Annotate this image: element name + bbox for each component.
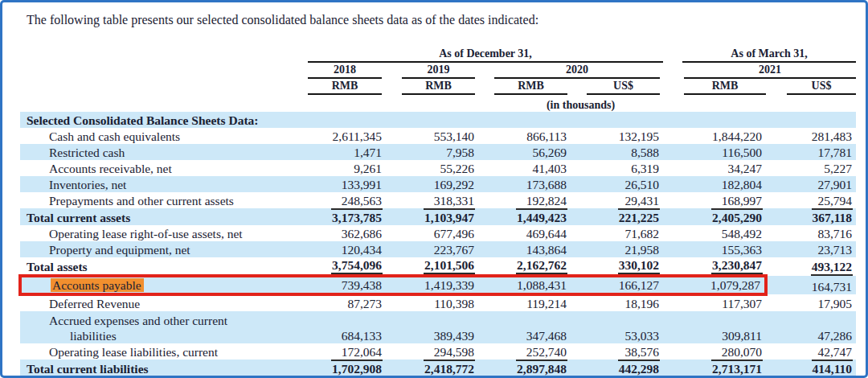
value-text: 166,127 — [618, 277, 660, 293]
cell-value: 71,682 — [571, 225, 663, 241]
value-text: 1,702,908 — [331, 360, 383, 376]
cell-value: 221,225 — [571, 208, 663, 225]
value-text: 739,438 — [341, 277, 383, 293]
cell-value: 53,033 — [571, 311, 663, 343]
value-text: 2,897,848 — [516, 360, 567, 376]
cell-value: 2,897,848 — [478, 360, 571, 376]
value-text: 25,794 — [817, 193, 853, 208]
cell-value: 117,307 — [663, 294, 766, 311]
value-text: 117,307 — [721, 296, 763, 311]
value-text: 34,247 — [727, 161, 763, 176]
cell-value: 3,754,096 — [305, 257, 386, 276]
row-label: Total assets — [20, 257, 305, 276]
value-text: 1,449,423 — [516, 208, 567, 225]
value-text: 9,261 — [353, 161, 383, 176]
cell-value: 739,438 — [305, 276, 386, 294]
currency-header: US$ — [571, 80, 663, 96]
value-text: 442,298 — [618, 360, 660, 376]
value-text: 83,716 — [817, 226, 853, 241]
balance-sheet-table: As of December 31,As of March 31,2018201… — [18, 47, 856, 376]
row-label-line: liabilities — [49, 328, 305, 343]
value-text: 1,079,287 — [710, 277, 761, 293]
row-label: Accounts payable — [20, 276, 305, 294]
cell-value: 1,419,339 — [386, 276, 478, 294]
value-text: 164,731 — [811, 279, 853, 294]
value-text: 41,403 — [531, 161, 567, 176]
value-text: 3,173,785 — [331, 208, 383, 225]
table-row: Accrued expenses and other currentliabil… — [20, 311, 856, 343]
annotation-row-accounts-payable: Accounts payable739,4381,419,3391,088,43… — [20, 276, 856, 294]
year-header: 2020 — [478, 64, 663, 80]
value-text: 23,713 — [817, 242, 853, 257]
value-text: 3,230,847 — [711, 257, 763, 274]
header-spacer-cell — [20, 47, 305, 64]
value-text: 2,405,290 — [711, 208, 763, 225]
value-text: 27,901 — [817, 177, 853, 192]
cell-value: 548,492 — [663, 225, 766, 241]
row-label: Prepayments and other current assets — [20, 192, 305, 208]
value-text: 248,563 — [341, 193, 383, 208]
cell-value: 110,398 — [386, 294, 478, 311]
value-text: 223,767 — [433, 242, 475, 257]
table-row: Inventories, net133,991169,292173,68826,… — [20, 176, 856, 192]
value-text: 1,088,431 — [516, 277, 567, 293]
value-text: 110,398 — [433, 296, 475, 311]
value-text: 1,103,947 — [424, 208, 475, 225]
currency-label: US$ — [587, 80, 660, 95]
value-text: 26,510 — [624, 177, 660, 192]
year-header: 2019 — [386, 64, 478, 80]
value-text: 309,811 — [721, 328, 763, 343]
value-text: 42,747 — [817, 344, 853, 360]
value-text: 17,781 — [817, 145, 853, 160]
row-label: Restricted cash — [20, 144, 305, 160]
cell-value: 553,140 — [386, 128, 478, 144]
cell-value: 26,510 — [571, 176, 663, 192]
row-label: Deferred Revenue — [20, 294, 305, 311]
value-text: 38,576 — [624, 344, 660, 360]
value-text: 132,195 — [618, 129, 660, 144]
currency-label: RMB — [494, 80, 567, 95]
table-row: Selected Consolidated Balance Sheets Dat… — [20, 112, 856, 128]
cell-value: 18,196 — [571, 294, 663, 311]
cell-value: 120,434 — [305, 241, 386, 257]
value-text: 330,102 — [618, 257, 660, 274]
value-text: 5,227 — [823, 161, 853, 176]
cell-value: 29,431 — [571, 192, 663, 208]
cell-value — [386, 112, 478, 128]
year-label: 2018 — [308, 64, 382, 79]
cell-value: 6,319 — [571, 160, 663, 176]
value-text: 18,196 — [624, 296, 660, 311]
value-text: 87,273 — [346, 296, 383, 311]
cell-value: 2,101,506 — [386, 257, 478, 276]
value-text: 362,686 — [341, 226, 383, 241]
cell-value: 294,598 — [386, 343, 478, 360]
header-row-currencies: RMBRMBRMBUS$RMBUS$ — [20, 80, 856, 96]
year-label: 2019 — [402, 64, 475, 79]
value-text: 17,905 — [817, 296, 853, 311]
cell-value — [663, 112, 766, 128]
cell-value: 166,127 — [571, 276, 663, 294]
value-text: 389,439 — [433, 328, 475, 343]
row-label: Total current liabilities — [20, 360, 305, 376]
cell-value: 2,713,171 — [663, 360, 766, 376]
cell-value: 347,468 — [478, 311, 571, 343]
currency-label: US$ — [787, 80, 856, 95]
value-text: 192,824 — [526, 193, 567, 208]
value-text: 29,431 — [624, 193, 660, 208]
value-text: 2,162,762 — [516, 257, 567, 274]
table-header: As of December 31,As of March 31,2018201… — [20, 47, 856, 112]
cell-value: 2,611,345 — [305, 128, 386, 144]
value-text: 469,644 — [526, 226, 567, 241]
row-label: Operating lease right-of-use assets, net — [20, 225, 305, 241]
cell-value: 116,500 — [663, 144, 766, 160]
value-text: 281,483 — [811, 129, 853, 144]
year-header: 2021 — [663, 64, 856, 80]
cell-value: 38,576 — [571, 343, 663, 360]
cell-value: 1,844,220 — [663, 128, 766, 144]
value-text: 168,997 — [721, 193, 763, 208]
cell-value: 169,292 — [386, 176, 478, 192]
header-row-groups: As of December 31,As of March 31, — [20, 47, 856, 64]
cell-value: 1,471 — [305, 144, 386, 160]
value-text: 21,958 — [624, 242, 660, 257]
table-row: Total current liabilities1,702,9082,418,… — [20, 360, 856, 376]
